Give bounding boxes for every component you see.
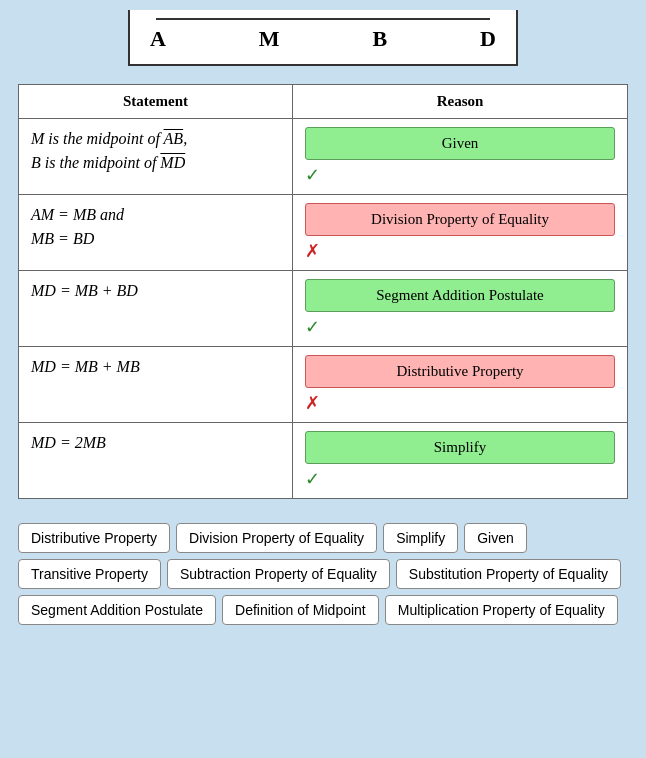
label-M: M: [259, 26, 280, 52]
diagram-container: A M B D: [10, 10, 636, 66]
statement-cell-4: MD = MB + MB: [19, 347, 293, 423]
table-row: AM = MB and MB = BD Division Property of…: [19, 195, 628, 271]
cross-icon-4: ✗: [305, 393, 320, 413]
diagram-box: A M B D: [128, 10, 518, 66]
tag-segment-addition[interactable]: Segment Addition Postulate: [18, 595, 216, 625]
statement-cell-3: MD = MB + BD: [19, 271, 293, 347]
reason-cell-1: Given ✓: [293, 119, 628, 195]
col-header-statement: Statement: [19, 85, 293, 119]
reason-cell-2: Division Property of Equality ✗: [293, 195, 628, 271]
reason-button-1[interactable]: Given: [305, 127, 615, 160]
table-row: MD = MB + MB Distributive Property ✗: [19, 347, 628, 423]
cross-icon-2: ✗: [305, 241, 320, 261]
check-icon-3: ✓: [305, 317, 320, 337]
diagram-line: [156, 18, 490, 20]
statement-cell-1: M is the midpoint of AB, B is the midpoi…: [19, 119, 293, 195]
reason-cell-3: Segment Addition Postulate ✓: [293, 271, 628, 347]
table-row: MD = 2MB Simplify ✓: [19, 423, 628, 499]
reason-button-3[interactable]: Segment Addition Postulate: [305, 279, 615, 312]
tag-multiplication-property[interactable]: Multiplication Property of Equality: [385, 595, 618, 625]
tag-transitive-property[interactable]: Transitive Property: [18, 559, 161, 589]
reason-button-4[interactable]: Distributive Property: [305, 355, 615, 388]
statement-cell-5: MD = 2MB: [19, 423, 293, 499]
label-D: D: [480, 26, 496, 52]
reason-cell-5: Simplify ✓: [293, 423, 628, 499]
tag-given[interactable]: Given: [464, 523, 527, 553]
check-icon-1: ✓: [305, 165, 320, 185]
tag-division-property[interactable]: Division Property of Equality: [176, 523, 377, 553]
reason-button-5[interactable]: Simplify: [305, 431, 615, 464]
reason-button-2[interactable]: Division Property of Equality: [305, 203, 615, 236]
tag-simplify[interactable]: Simplify: [383, 523, 458, 553]
table-row: MD = MB + BD Segment Addition Postulate …: [19, 271, 628, 347]
reason-cell-4: Distributive Property ✗: [293, 347, 628, 423]
check-icon-5: ✓: [305, 469, 320, 489]
tag-definition-midpoint[interactable]: Definition of Midpoint: [222, 595, 379, 625]
proof-table: Statement Reason M is the midpoint of AB…: [18, 84, 628, 499]
label-A: A: [150, 26, 166, 52]
table-row: M is the midpoint of AB, B is the midpoi…: [19, 119, 628, 195]
col-header-reason: Reason: [293, 85, 628, 119]
diagram-labels: A M B D: [146, 26, 500, 52]
statement-cell-2: AM = MB and MB = BD: [19, 195, 293, 271]
tag-substitution-property[interactable]: Substitution Property of Equality: [396, 559, 621, 589]
tags-container: Distributive Property Division Property …: [18, 523, 628, 625]
label-B: B: [373, 26, 388, 52]
tag-distributive-property[interactable]: Distributive Property: [18, 523, 170, 553]
tag-subtraction-property[interactable]: Subtraction Property of Equality: [167, 559, 390, 589]
